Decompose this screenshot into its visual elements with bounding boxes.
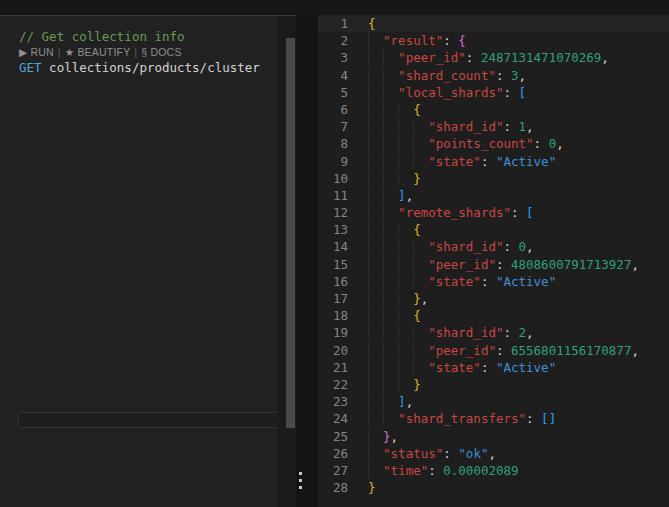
code-line[interactable]: 12 "remote_shards": [ xyxy=(318,204,669,221)
token xyxy=(368,274,428,289)
line-number[interactable]: 26 xyxy=(318,445,348,462)
line-number[interactable]: 22 xyxy=(318,376,348,393)
token xyxy=(368,446,383,461)
codelens-docs-button[interactable]: § DOCS xyxy=(141,46,181,58)
token: { xyxy=(413,102,421,117)
line-content: "shard_id": 1, xyxy=(368,118,534,135)
code-line[interactable]: 8 "points_count": 0, xyxy=(318,135,669,152)
empty-request-block[interactable] xyxy=(18,412,296,428)
code-line[interactable]: 18 { xyxy=(318,307,669,324)
codelens-beautify-button[interactable]: ★ BEAUTIFY xyxy=(65,46,131,58)
left-scrollbar-track[interactable] xyxy=(278,16,296,507)
line-number[interactable]: 12 xyxy=(318,204,348,221)
line-number[interactable]: 24 xyxy=(318,410,348,427)
line-number[interactable]: 14 xyxy=(318,238,348,255)
token: : xyxy=(481,154,496,169)
line-number[interactable]: 2 xyxy=(318,32,348,49)
code-line[interactable]: 10 } xyxy=(318,170,669,187)
token: , xyxy=(519,68,527,83)
request-comment-line[interactable]: // Get collection info xyxy=(19,28,185,45)
token: 3 xyxy=(511,68,519,83)
line-number[interactable]: 8 xyxy=(318,135,348,152)
token: "Active" xyxy=(496,274,556,289)
code-line[interactable]: 27 "time": 0.00002089 xyxy=(318,462,669,479)
code-line[interactable]: 14 "shard_id": 0, xyxy=(318,238,669,255)
line-content: "result": { xyxy=(368,32,466,49)
line-number[interactable]: 21 xyxy=(318,359,348,376)
code-line[interactable]: 24 "shard_transfers": [] xyxy=(318,410,669,427)
code-line[interactable]: 20 "peer_id": 6556801156170877, xyxy=(318,342,669,359)
code-line[interactable]: 19 "shard_id": 2, xyxy=(318,324,669,341)
code-line[interactable]: 4 "shard_count": 3, xyxy=(318,67,669,84)
line-number[interactable]: 5 xyxy=(318,84,348,101)
line-content: { xyxy=(368,101,421,118)
line-number[interactable]: 4 xyxy=(318,67,348,84)
code-line[interactable]: 28} xyxy=(318,479,669,496)
token: "state" xyxy=(428,154,481,169)
line-number[interactable]: 20 xyxy=(318,342,348,359)
line-content: "local_shards": [ xyxy=(368,84,526,101)
code-line[interactable]: 11 ], xyxy=(318,187,669,204)
code-line[interactable]: 15 "peer_id": 4808600791713927, xyxy=(318,256,669,273)
token: "status" xyxy=(383,446,443,461)
code-line[interactable]: 23 ], xyxy=(318,393,669,410)
panel-divider[interactable] xyxy=(296,0,318,507)
line-number[interactable]: 16 xyxy=(318,273,348,290)
line-number[interactable]: 19 xyxy=(318,324,348,341)
token xyxy=(368,119,428,134)
http-method[interactable]: GET xyxy=(19,60,42,75)
line-content: "status": "ok", xyxy=(368,445,496,462)
line-number[interactable]: 28 xyxy=(318,479,348,496)
line-number[interactable]: 10 xyxy=(318,170,348,187)
token: [] xyxy=(541,411,556,426)
codelens-run-button[interactable]: ▶ RUN xyxy=(19,46,54,58)
line-number[interactable]: 9 xyxy=(318,153,348,170)
line-number[interactable]: 11 xyxy=(318,187,348,204)
token: } xyxy=(383,429,391,444)
request-line[interactable]: GET collections/products/cluster xyxy=(19,59,260,76)
response-editor-panel[interactable]: 1{2 "result": {3 "peer_id": 248713147107… xyxy=(318,0,669,507)
code-line[interactable]: 9 "state": "Active" xyxy=(318,153,669,170)
line-number[interactable]: 17 xyxy=(318,290,348,307)
code-line[interactable]: 7 "shard_id": 1, xyxy=(318,118,669,135)
code-line[interactable]: 6 { xyxy=(318,101,669,118)
line-number[interactable]: 1 xyxy=(318,15,348,32)
token: [ xyxy=(526,205,534,220)
line-number[interactable]: 27 xyxy=(318,462,348,479)
left-scrollbar-thumb[interactable] xyxy=(286,38,295,428)
token: "peer_id" xyxy=(398,50,466,65)
code-line[interactable]: 22 } xyxy=(318,376,669,393)
top-bar xyxy=(0,0,669,15)
token xyxy=(368,394,398,409)
code-line[interactable]: 25 }, xyxy=(318,428,669,445)
line-number[interactable]: 23 xyxy=(318,393,348,410)
line-number[interactable]: 18 xyxy=(318,307,348,324)
request-path[interactable]: collections/products/cluster xyxy=(42,60,260,75)
code-line[interactable]: 2 "result": { xyxy=(318,32,669,49)
line-number[interactable]: 13 xyxy=(318,221,348,238)
token: ] xyxy=(398,188,406,203)
token: "points_count" xyxy=(428,136,533,151)
request-editor-panel[interactable]: // Get collection info ▶ RUN|★ BEAUTIFY|… xyxy=(0,16,296,507)
token xyxy=(368,188,398,203)
code-line[interactable]: 3 "peer_id": 2487131471070269, xyxy=(318,49,669,66)
token: , xyxy=(406,394,414,409)
token: "peer_id" xyxy=(428,257,496,272)
code-line[interactable]: 26 "status": "ok", xyxy=(318,445,669,462)
code-line[interactable]: 1{ xyxy=(318,15,669,32)
line-content: } xyxy=(368,376,421,393)
line-number[interactable]: 7 xyxy=(318,118,348,135)
code-line[interactable]: 5 "local_shards": [ xyxy=(318,84,669,101)
code-line[interactable]: 16 "state": "Active" xyxy=(318,273,669,290)
token: , xyxy=(631,343,639,358)
line-number[interactable]: 3 xyxy=(318,49,348,66)
code-line[interactable]: 21 "state": "Active" xyxy=(318,359,669,376)
line-number[interactable]: 15 xyxy=(318,256,348,273)
panel-resize-handle-icon[interactable] xyxy=(299,472,303,492)
line-content: "state": "Active" xyxy=(368,273,556,290)
line-number[interactable]: 6 xyxy=(318,101,348,118)
code-line[interactable]: 13 { xyxy=(318,221,669,238)
line-number[interactable]: 25 xyxy=(318,428,348,445)
code-line[interactable]: 17 }, xyxy=(318,290,669,307)
token: : xyxy=(481,274,496,289)
